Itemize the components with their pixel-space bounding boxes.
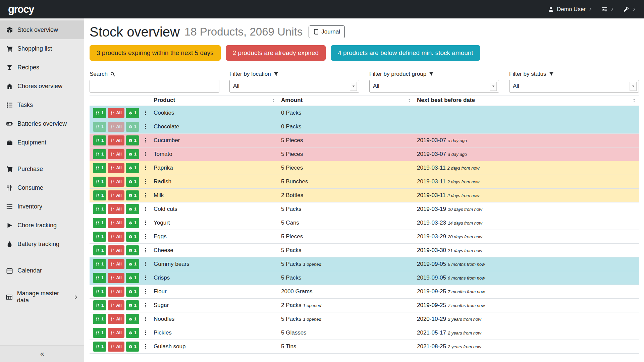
below-min-stock-alert[interactable]: 4 products are below defined min. stock … (331, 45, 480, 61)
sidebar-item-shopping-list[interactable]: Shopping list (0, 39, 84, 58)
journal-button[interactable]: Journal (309, 25, 345, 38)
consume-all-button[interactable]: All (108, 108, 124, 118)
consume-one-button[interactable]: 1 (93, 204, 106, 214)
sidebar-item-chores-overview[interactable]: Chores overview (0, 77, 84, 96)
consume-all-button[interactable]: All (108, 122, 124, 132)
consume-all-button[interactable]: All (108, 135, 124, 145)
sidebar-item-batteries-overview[interactable]: Batteries overview (0, 114, 84, 133)
row-menu-kebab-icon[interactable] (143, 193, 148, 198)
sidebar-item-purchase[interactable]: Purchase (0, 160, 84, 178)
row-menu-kebab-icon[interactable] (143, 152, 148, 157)
open-one-button[interactable]: 1 (126, 245, 139, 255)
row-menu-kebab-icon[interactable] (143, 344, 148, 349)
consume-one-button[interactable]: 1 (93, 245, 106, 255)
sort-icon[interactable] (407, 98, 412, 103)
consume-all-button[interactable]: All (108, 300, 124, 310)
product-column-header[interactable]: Product (151, 96, 278, 106)
consume-one-button[interactable]: 1 (93, 328, 106, 338)
consume-one-button[interactable]: 1 (93, 342, 106, 352)
sidebar-item-chore-tracking[interactable]: Chore tracking (0, 216, 84, 235)
consume-all-button[interactable]: All (108, 190, 124, 200)
sidebar-item-tasks[interactable]: Tasks (0, 96, 84, 114)
open-one-button[interactable]: 1 (126, 314, 139, 324)
sidebar-item-inventory[interactable]: Inventory (0, 197, 84, 216)
admin-menu[interactable] (624, 6, 636, 12)
product-group-filter-select[interactable]: All (369, 80, 499, 93)
consume-all-button[interactable]: All (108, 342, 124, 352)
consume-one-button[interactable]: 1 (93, 108, 106, 118)
settings-menu[interactable] (602, 6, 614, 12)
row-menu-kebab-icon[interactable] (143, 234, 148, 239)
row-menu-kebab-icon[interactable] (143, 179, 148, 184)
sidebar-item-battery-tracking[interactable]: Battery tracking (0, 235, 84, 253)
consume-one-button[interactable]: 1 (93, 177, 106, 187)
open-one-button[interactable]: 1 (126, 204, 139, 214)
row-menu-kebab-icon[interactable] (143, 124, 148, 129)
open-one-button[interactable]: 1 (126, 259, 139, 269)
sort-icon[interactable] (271, 98, 276, 103)
row-menu-kebab-icon[interactable] (143, 220, 148, 225)
open-one-button[interactable]: 1 (126, 190, 139, 200)
sidebar-item-stock-overview[interactable]: Stock overview (0, 20, 84, 39)
consume-all-button[interactable]: All (108, 149, 124, 159)
open-one-button[interactable]: 1 (126, 218, 139, 228)
open-one-button[interactable]: 1 (126, 342, 139, 352)
consume-one-button[interactable]: 1 (93, 314, 106, 324)
row-menu-kebab-icon[interactable] (143, 275, 148, 280)
consume-all-button[interactable]: All (108, 232, 124, 242)
consume-one-button[interactable]: 1 (93, 135, 106, 145)
sidebar-item-equipment[interactable]: Equipment (0, 133, 84, 152)
consume-one-button[interactable]: 1 (93, 232, 106, 242)
amount-column-header[interactable]: Amount (278, 96, 414, 106)
open-one-button[interactable]: 1 (126, 108, 139, 118)
consume-one-button[interactable]: 1 (93, 218, 106, 228)
app-logo[interactable]: grocy (8, 3, 34, 15)
consume-one-button[interactable]: 1 (93, 300, 106, 310)
consume-one-button[interactable]: 1 (93, 149, 106, 159)
open-one-button[interactable]: 1 (126, 273, 139, 283)
row-menu-kebab-icon[interactable] (143, 165, 148, 170)
open-one-button[interactable]: 1 (126, 122, 139, 132)
consume-all-button[interactable]: All (108, 177, 124, 187)
sidebar-item-manage-master-data[interactable]: Manage master data (0, 288, 84, 306)
open-one-button[interactable]: 1 (126, 300, 139, 310)
consume-one-button[interactable]: 1 (93, 273, 106, 283)
consume-all-button[interactable]: All (108, 328, 124, 338)
consume-all-button[interactable]: All (108, 314, 124, 324)
best-before-column-header[interactable]: Next best before date (414, 96, 639, 106)
consume-all-button[interactable]: All (108, 163, 124, 173)
location-filter-select[interactable]: All (229, 80, 359, 93)
open-one-button[interactable]: 1 (126, 163, 139, 173)
consume-all-button[interactable]: All (108, 245, 124, 255)
open-one-button[interactable]: 1 (126, 149, 139, 159)
row-menu-kebab-icon[interactable] (143, 110, 148, 115)
open-one-button[interactable]: 1 (126, 232, 139, 242)
row-menu-kebab-icon[interactable] (143, 316, 148, 321)
row-menu-kebab-icon[interactable] (143, 206, 148, 212)
user-menu[interactable]: Demo User (548, 6, 592, 13)
row-menu-kebab-icon[interactable] (143, 248, 148, 253)
expiring-alert[interactable]: 3 products expiring within the next 5 da… (90, 45, 221, 61)
open-one-button[interactable]: 1 (126, 328, 139, 338)
consume-all-button[interactable]: All (108, 259, 124, 269)
consume-one-button[interactable]: 1 (93, 163, 106, 173)
consume-all-button[interactable]: All (108, 218, 124, 228)
sidebar-item-recipes[interactable]: Recipes (0, 58, 84, 77)
sidebar-item-calendar[interactable]: Calendar (0, 261, 84, 280)
sidebar-item-consume[interactable]: Consume (0, 178, 84, 197)
consume-one-button[interactable]: 1 (93, 122, 106, 132)
open-one-button[interactable]: 1 (126, 177, 139, 187)
open-one-button[interactable]: 1 (126, 135, 139, 145)
sort-icon[interactable] (632, 98, 636, 103)
open-one-button[interactable]: 1 (126, 287, 139, 297)
consume-all-button[interactable]: All (108, 273, 124, 283)
expired-alert[interactable]: 2 products are already expired (226, 45, 326, 61)
search-input[interactable] (90, 80, 219, 93)
row-menu-kebab-icon[interactable] (143, 138, 148, 143)
consume-all-button[interactable]: All (108, 287, 124, 297)
row-menu-kebab-icon[interactable] (143, 289, 148, 294)
consume-one-button[interactable]: 1 (93, 259, 106, 269)
status-filter-select[interactable]: All (509, 80, 639, 93)
row-menu-kebab-icon[interactable] (143, 330, 148, 335)
row-menu-kebab-icon[interactable] (143, 303, 148, 308)
